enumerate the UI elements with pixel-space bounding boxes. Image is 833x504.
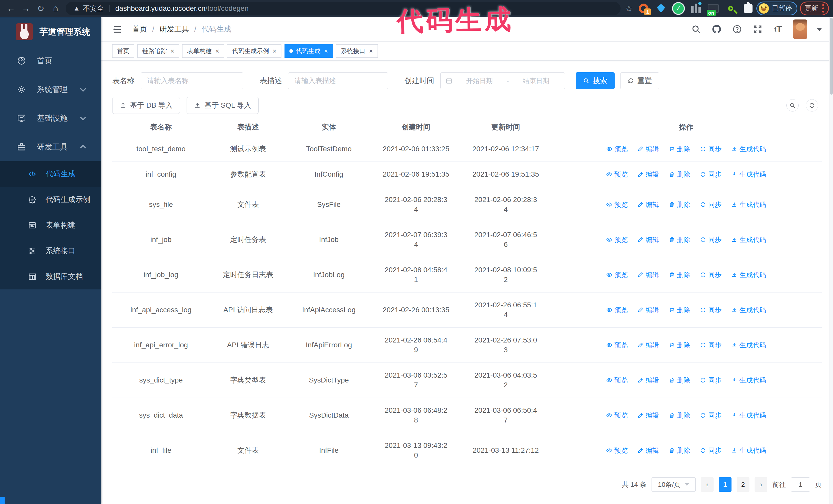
generate-code-link[interactable]: 生成代码: [731, 410, 766, 420]
close-icon[interactable]: ×: [272, 48, 276, 54]
edit-link[interactable]: 编辑: [638, 410, 659, 420]
extension-columns-icon[interactable]: [690, 3, 701, 14]
user-menu-caret-icon[interactable]: [816, 28, 822, 31]
extension-key-icon[interactable]: [725, 3, 736, 14]
preview-link[interactable]: 预览: [606, 144, 628, 154]
extension-gem-icon[interactable]: [656, 3, 667, 14]
user-avatar[interactable]: [793, 20, 807, 39]
preview-link[interactable]: 预览: [606, 169, 628, 179]
tab[interactable]: 代码生成 ×: [285, 44, 333, 58]
delete-link[interactable]: 删除: [669, 446, 690, 455]
scrollbar-thumb[interactable]: [830, 18, 833, 95]
sidebar-item-db-doc[interactable]: 数据库文档: [0, 264, 101, 289]
sidebar-item-system-api[interactable]: 系统接口: [0, 238, 101, 264]
sidebar-item-system[interactable]: 系统管理: [0, 75, 101, 104]
sync-link[interactable]: 同步: [700, 270, 721, 280]
page-size-select[interactable]: 10条/页: [651, 477, 696, 492]
goto-page-input[interactable]: [791, 477, 810, 492]
sidebar-item-codegen-demo[interactable]: 代码生成示例: [0, 187, 101, 213]
profile-paused-chip[interactable]: 已暂停: [756, 2, 798, 16]
refresh-table-button[interactable]: [806, 99, 818, 112]
close-icon[interactable]: ×: [170, 48, 174, 54]
sync-link[interactable]: 同步: [700, 200, 721, 210]
delete-link[interactable]: 删除: [669, 200, 690, 210]
generate-code-link[interactable]: 生成代码: [731, 340, 766, 350]
import-sql-button[interactable]: 基于 SQL 导入: [187, 97, 259, 114]
edit-link[interactable]: 编辑: [638, 446, 659, 455]
close-icon[interactable]: ×: [215, 48, 219, 54]
edit-link[interactable]: 编辑: [638, 375, 659, 385]
extension-orange-icon[interactable]: 1: [638, 3, 649, 14]
sidebar-item-home[interactable]: 首页: [0, 46, 101, 75]
delete-link[interactable]: 删除: [669, 410, 690, 420]
edit-link[interactable]: 编辑: [638, 340, 659, 350]
browser-menu-icon[interactable]: [822, 4, 824, 13]
browser-update-chip[interactable]: 更新: [800, 2, 829, 16]
breadcrumb-home[interactable]: 首页: [132, 24, 147, 34]
github-icon[interactable]: [711, 24, 722, 35]
tab[interactable]: 首页: [112, 44, 134, 58]
edit-link[interactable]: 编辑: [638, 200, 659, 210]
extension-shield-check-icon[interactable]: ✓: [673, 3, 684, 14]
date-range-picker[interactable]: 开始日期 - 结束日期: [441, 72, 565, 89]
sync-link[interactable]: 同步: [700, 340, 721, 350]
import-db-button[interactable]: 基于 DB 导入: [112, 97, 180, 114]
delete-link[interactable]: 删除: [669, 340, 690, 350]
page-button-2[interactable]: 2: [737, 477, 749, 492]
preview-link[interactable]: 预览: [606, 235, 628, 245]
tab[interactable]: 链路追踪 ×: [137, 44, 179, 58]
browser-home-button[interactable]: ⌂: [48, 2, 63, 15]
tab[interactable]: 系统接口 ×: [336, 44, 378, 58]
browser-reload-button[interactable]: ↻: [33, 2, 48, 15]
sync-link[interactable]: 同步: [700, 446, 721, 455]
table-name-input[interactable]: [141, 72, 243, 89]
delete-link[interactable]: 删除: [669, 270, 690, 280]
close-icon[interactable]: ×: [324, 48, 328, 54]
sync-link[interactable]: 同步: [700, 410, 721, 420]
browser-back-button[interactable]: ←: [4, 2, 19, 15]
extension-puzzle-icon[interactable]: [742, 3, 754, 14]
browser-forward-button[interactable]: →: [19, 2, 33, 15]
preview-link[interactable]: 预览: [606, 200, 628, 210]
preview-link[interactable]: 预览: [606, 340, 628, 350]
search-icon[interactable]: [690, 24, 702, 35]
sidebar-item-devtools[interactable]: 研发工具: [0, 133, 101, 161]
reset-button[interactable]: 重置: [620, 72, 659, 89]
sidebar-item-form-builder[interactable]: 表单构建: [0, 213, 101, 238]
preview-link[interactable]: 预览: [606, 446, 628, 455]
edit-link[interactable]: 编辑: [638, 270, 659, 280]
tab[interactable]: 代码生成示例 ×: [227, 44, 281, 58]
sync-link[interactable]: 同步: [700, 169, 721, 179]
sync-link[interactable]: 同步: [700, 144, 721, 154]
next-page-button[interactable]: ›: [755, 477, 767, 492]
address-bar[interactable]: ▲ 不安全 dashboard.yudao.iocoder.cn /tool/c…: [66, 2, 620, 15]
generate-code-link[interactable]: 生成代码: [731, 305, 766, 315]
window-scrollbar[interactable]: [829, 17, 833, 504]
page-button-1[interactable]: 1: [719, 477, 732, 492]
close-icon[interactable]: ×: [369, 48, 373, 54]
preview-link[interactable]: 预览: [606, 410, 628, 420]
extension-tampermonkey-icon[interactable]: on: [708, 3, 719, 14]
generate-code-link[interactable]: 生成代码: [731, 235, 766, 245]
bookmark-star-icon[interactable]: ☆: [625, 3, 633, 14]
generate-code-link[interactable]: 生成代码: [731, 375, 766, 385]
preview-link[interactable]: 预览: [606, 305, 628, 315]
edit-link[interactable]: 编辑: [638, 305, 659, 315]
delete-link[interactable]: 删除: [669, 144, 690, 154]
generate-code-link[interactable]: 生成代码: [731, 144, 766, 154]
edit-link[interactable]: 编辑: [638, 235, 659, 245]
sidebar-item-codegen[interactable]: 代码生成: [0, 161, 101, 187]
generate-code-link[interactable]: 生成代码: [731, 200, 766, 210]
tab[interactable]: 表单构建 ×: [182, 44, 224, 58]
generate-code-link[interactable]: 生成代码: [731, 270, 766, 280]
help-icon[interactable]: [732, 24, 743, 35]
table-desc-input[interactable]: [288, 72, 388, 89]
logo-row[interactable]: 芋道管理系统: [0, 17, 101, 46]
sidebar-item-infra[interactable]: 基础设施: [0, 104, 101, 133]
preview-link[interactable]: 预览: [606, 375, 628, 385]
preview-link[interactable]: 预览: [606, 270, 628, 280]
fullscreen-icon[interactable]: [752, 24, 763, 35]
delete-link[interactable]: 删除: [669, 235, 690, 245]
breadcrumb-devtools[interactable]: 研发工具: [160, 24, 189, 34]
prev-page-button[interactable]: ‹: [701, 477, 714, 492]
